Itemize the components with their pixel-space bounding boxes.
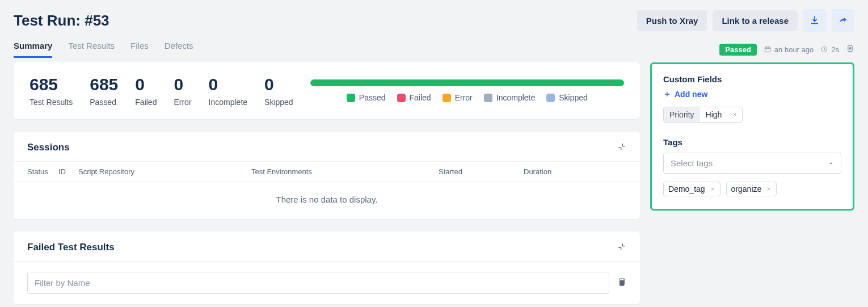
tab-test-results[interactable]: Test Results — [68, 41, 115, 58]
progress-fill-passed — [310, 79, 624, 86]
failed-collapse-button[interactable] — [617, 242, 626, 253]
share-button[interactable] — [832, 9, 854, 32]
sessions-table-head: Status ID Script Repository Test Environ… — [14, 161, 640, 182]
push-to-xray-button[interactable]: Push to Xray — [637, 10, 707, 31]
failed-results-card: Failed Test Results — [14, 232, 640, 304]
tag-chip: Demo_tag — [663, 182, 720, 196]
page-title: Test Run: #53 — [14, 12, 109, 30]
stat-error: 0 Error — [174, 75, 191, 107]
legend-skipped: Skipped — [546, 93, 588, 102]
tag-label: Demo_tag — [668, 184, 705, 194]
sessions-empty: There is no data to display. — [14, 182, 640, 219]
svg-rect-0 — [765, 47, 770, 52]
timestamp: an hour ago — [764, 45, 814, 54]
custom-field-key: Priority — [664, 107, 700, 122]
legend-incomplete: Incomplete — [484, 93, 535, 102]
col-status: Status — [27, 167, 58, 176]
link-to-release-button[interactable]: Link to a release — [713, 10, 798, 31]
notes-icon — [846, 44, 854, 53]
add-new-field-button[interactable]: Add new — [663, 90, 841, 99]
sessions-card: Sessions Status ID Script Repository Tes… — [14, 132, 640, 219]
close-icon — [710, 186, 715, 192]
stat-failed: 0 Failed — [135, 75, 157, 107]
download-button[interactable] — [803, 9, 826, 32]
meta-row: Passed an hour ago 2s — [719, 44, 854, 56]
collapse-icon — [617, 142, 626, 152]
custom-field-chip: Priority High — [663, 107, 743, 123]
sessions-title: Sessions — [27, 142, 70, 153]
tab-summary[interactable]: Summary — [14, 41, 52, 58]
progress-bar — [310, 79, 624, 86]
stat-incomplete: 0 Incomplete — [209, 75, 247, 107]
stat-test-results: 685 Test Results — [30, 75, 73, 107]
notes-icon-button[interactable] — [846, 44, 854, 55]
header-actions: Push to Xray Link to a release — [637, 9, 854, 32]
copy-button[interactable] — [616, 277, 626, 289]
legend-failed: Failed — [397, 93, 431, 102]
tab-files[interactable]: Files — [130, 41, 149, 58]
collapse-icon — [617, 242, 626, 251]
legend: Passed Failed Error Incomplete Skipped — [310, 93, 624, 102]
sessions-collapse-button[interactable] — [617, 142, 626, 153]
close-icon — [766, 186, 772, 192]
duration: 2s — [820, 45, 839, 54]
custom-field-value: High — [700, 107, 728, 122]
stat-skipped: 0 Skipped — [264, 75, 293, 107]
calendar-icon — [764, 45, 772, 53]
col-started: Started — [439, 167, 524, 176]
tag-chip: organize — [726, 182, 777, 196]
remove-tag-button[interactable] — [710, 186, 715, 192]
plus-icon — [663, 90, 671, 98]
tags-heading: Tags — [663, 137, 841, 147]
stat-passed: 685 Passed — [90, 75, 118, 107]
close-icon — [732, 112, 738, 117]
tag-label: organize — [731, 184, 762, 194]
tabs: Summary Test Results Files Defects — [14, 41, 193, 58]
tags-select[interactable]: Select tags — [663, 153, 841, 174]
copy-icon — [616, 277, 626, 287]
tags-placeholder: Select tags — [671, 158, 713, 168]
chevron-down-icon — [828, 161, 834, 166]
clock-icon — [820, 45, 828, 53]
filter-by-name-input[interactable] — [27, 272, 609, 294]
col-env: Test Environments — [251, 167, 439, 176]
remove-tag-button[interactable] — [766, 186, 772, 192]
status-badge: Passed — [719, 44, 757, 56]
tag-row: Demo_tag organize — [663, 182, 841, 196]
failed-results-title: Failed Test Results — [27, 242, 115, 253]
legend-passed: Passed — [347, 93, 386, 102]
download-icon — [810, 15, 820, 26]
sidebar-card: Custom Fields Add new Priority High Tags… — [650, 62, 854, 211]
stats-card: 685 Test Results 685 Passed 0 Failed 0 E… — [14, 62, 640, 119]
share-icon — [838, 15, 848, 26]
col-repo: Script Repository — [78, 167, 251, 176]
custom-fields-heading: Custom Fields — [663, 74, 841, 84]
remove-field-button[interactable] — [727, 107, 742, 122]
col-id: ID — [58, 167, 78, 176]
tab-defects[interactable]: Defects — [165, 41, 193, 58]
legend-error: Error — [443, 93, 473, 102]
svg-rect-3 — [620, 280, 624, 286]
col-duration: Duration — [524, 167, 626, 176]
progress-wrap: Passed Failed Error Incomplete Skipped — [310, 79, 624, 102]
